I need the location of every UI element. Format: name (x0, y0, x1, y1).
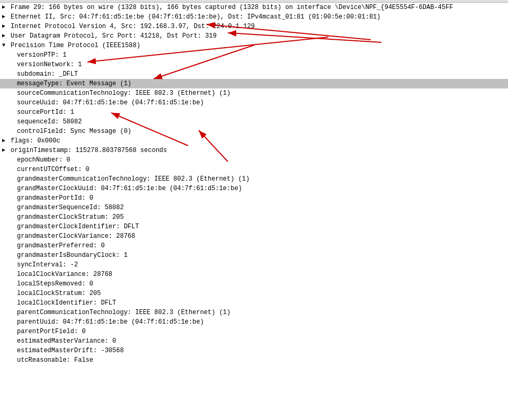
row-text-grandmasterSequenceId: grandmasterSequenceId: 58082 (17, 203, 506, 212)
row-text-versionPTP: versionPTP: 1 (17, 51, 506, 59)
row-text-estimatedMasterVariance: estimatedMasterVariance: 0 (17, 337, 506, 345)
row-text-grandmasterClockVariance: grandmasterClockVariance: 28768 (17, 232, 506, 240)
detail-row-localClockVariance[interactable]: localClockVariance: 28768 (0, 270, 508, 279)
detail-row-localClockIdentifier[interactable]: localClockIdentifier: DFLT (0, 298, 508, 308)
row-text-subdomain: subdomain: _DFLT (17, 70, 506, 78)
detail-row-estimatedMasterVariance[interactable]: estimatedMasterVariance: 0 (0, 336, 508, 346)
detail-row-originTimestamp[interactable]: ▶originTimestamp: 115278.803787568 secon… (0, 146, 508, 155)
detail-row-messageType[interactable]: messageType: Event Message (1) (0, 79, 508, 88)
detail-row-utcReasonable[interactable]: utcReasonable: False (0, 355, 508, 365)
detail-row-flags[interactable]: ▶flags: 0x000c (0, 136, 508, 146)
row-text-parentCommTech: parentCommunicationTechnology: IEEE 802.… (17, 308, 506, 317)
detail-row-epochNumber[interactable]: epochNumber: 0 (0, 155, 508, 165)
row-text-originTimestamp: originTimestamp: 115278.803787568 second… (11, 146, 506, 155)
packet-detail: ▶Frame 29: 166 bytes on wire (1328 bits)… (0, 3, 508, 365)
detail-row-grandMasterClockUuid[interactable]: grandMasterClockUuid: 04:7f:61:d5:1e:be … (0, 184, 508, 193)
detail-row-grandmasterPreferred[interactable]: grandmasterPreferred: 0 (0, 241, 508, 251)
detail-row-parentPortField[interactable]: parentPortField: 0 (0, 327, 508, 336)
row-text-ip: Internet Protocol Version 4, Src: 192.16… (11, 22, 506, 31)
detail-row-versionNetwork[interactable]: versionNetwork: 1 (0, 60, 508, 69)
detail-row-parentCommTech[interactable]: parentCommunicationTechnology: IEEE 802.… (0, 308, 508, 317)
row-text-parentPortField: parentPortField: 0 (17, 327, 506, 336)
row-text-utcReasonable: utcReasonable: False (17, 356, 506, 364)
detail-row-controlField[interactable]: controlField: Sync Message (0) (0, 127, 508, 136)
row-text-ptp-header: Precision Time Protocol (IEEE1588) (11, 41, 506, 50)
expand-icon-originTimestamp: ▶ (2, 146, 8, 155)
detail-row-ptp-header[interactable]: ▼Precision Time Protocol (IEEE1588) (0, 41, 508, 50)
row-text-sourceUuid: sourceUuid: 04:7f:61:d5:1e:be (04:7f:61:… (17, 99, 506, 107)
row-text-ethernet: Ethernet II, Src: 04:7f:61:d5:1e:be (04:… (11, 13, 506, 21)
detail-row-grandmasterSequenceId[interactable]: grandmasterSequenceId: 58082 (0, 203, 508, 212)
detail-row-localClockStratum[interactable]: localClockStratum: 205 (0, 289, 508, 298)
row-text-currentUTCOffset: currentUTCOffset: 0 (17, 165, 506, 174)
row-text-localStepsRemoved: localStepsRemoved: 0 (17, 280, 506, 288)
row-text-grandmasterIsBoundaryClock: grandmasterIsBoundaryClock: 1 (17, 251, 506, 260)
expand-icon-ethernet: ▶ (2, 13, 8, 21)
detail-row-subdomain[interactable]: subdomain: _DFLT (0, 69, 508, 79)
detail-row-grandmasterClockStratum[interactable]: grandmasterClockStratum: 205 (0, 212, 508, 222)
row-text-udp: User Datagram Protocol, Src Port: 41218,… (11, 32, 506, 40)
detail-row-ip[interactable]: ▶Internet Protocol Version 4, Src: 192.1… (0, 22, 508, 31)
row-text-sequenceId: sequenceId: 58082 (17, 118, 506, 126)
detail-row-udp[interactable]: ▶User Datagram Protocol, Src Port: 41218… (0, 31, 508, 41)
row-text-grandMasterClockUuid: grandMasterClockUuid: 04:7f:61:d5:1e:be … (17, 184, 506, 193)
row-text-grandmasterPortId: grandmasterPortId: 0 (17, 194, 506, 202)
row-text-syncInterval: syncInterval: -2 (17, 261, 506, 269)
detail-row-versionPTP[interactable]: versionPTP: 1 (0, 50, 508, 60)
detail-row-sequenceId[interactable]: sequenceId: 58082 (0, 117, 508, 127)
row-text-estimatedMasterDrift: estimatedMasterDrift: -30568 (17, 346, 506, 355)
detail-row-grandmasterClockIdentifier[interactable]: grandmasterClockIdentifier: DFLT (0, 222, 508, 231)
detail-row-estimatedMasterDrift[interactable]: estimatedMasterDrift: -30568 (0, 346, 508, 355)
expand-icon-flags: ▶ (2, 137, 8, 145)
detail-row-sourceCommunication[interactable]: sourceCommunicationTechnology: IEEE 802.… (0, 88, 508, 98)
row-text-localClockStratum: localClockStratum: 205 (17, 289, 506, 298)
row-text-grandmasterClockStratum: grandmasterClockStratum: 205 (17, 213, 506, 221)
row-text-localClockIdentifier: localClockIdentifier: DFLT (17, 299, 506, 307)
detail-row-grandmasterPortId[interactable]: grandmasterPortId: 0 (0, 193, 508, 203)
row-text-grandmasterClockIdentifier: grandmasterClockIdentifier: DFLT (17, 222, 506, 231)
detail-row-localStepsRemoved[interactable]: localStepsRemoved: 0 (0, 279, 508, 289)
detail-row-sourceUuid[interactable]: sourceUuid: 04:7f:61:d5:1e:be (04:7f:61:… (0, 98, 508, 108)
detail-row-grandmasterClockVariance[interactable]: grandmasterClockVariance: 28768 (0, 231, 508, 241)
row-text-localClockVariance: localClockVariance: 28768 (17, 270, 506, 279)
detail-row-ethernet[interactable]: ▶Ethernet II, Src: 04:7f:61:d5:1e:be (04… (0, 12, 508, 22)
detail-row-currentUTCOffset[interactable]: currentUTCOffset: 0 (0, 165, 508, 174)
row-text-messageType: messageType: Event Message (1) (17, 79, 506, 88)
row-text-sourceCommunication: sourceCommunicationTechnology: IEEE 802.… (17, 89, 506, 97)
row-text-grandmasterComm: grandmasterCommunicationTechnology: IEEE… (17, 175, 506, 183)
detail-row-syncInterval[interactable]: syncInterval: -2 (0, 260, 508, 270)
row-text-epochNumber: epochNumber: 0 (17, 156, 506, 164)
detail-row-frame[interactable]: ▶Frame 29: 166 bytes on wire (1328 bits)… (0, 3, 508, 12)
row-text-versionNetwork: versionNetwork: 1 (17, 60, 506, 69)
row-text-sourcePortId: sourcePortId: 1 (17, 108, 506, 117)
row-text-frame: Frame 29: 166 bytes on wire (1328 bits),… (11, 3, 506, 12)
detail-row-parentUuid[interactable]: parentUuid: 04:7f:61:d5:1e:be (04:7f:61:… (0, 317, 508, 327)
detail-row-grandmasterIsBoundaryClock[interactable]: grandmasterIsBoundaryClock: 1 (0, 251, 508, 260)
detail-row-grandmasterComm[interactable]: grandmasterCommunicationTechnology: IEEE… (0, 174, 508, 184)
expand-icon-ip: ▶ (2, 22, 8, 31)
expand-icon-ptp-header: ▼ (2, 41, 8, 50)
row-text-parentUuid: parentUuid: 04:7f:61:d5:1e:be (04:7f:61:… (17, 318, 506, 326)
expand-icon-udp: ▶ (2, 32, 8, 40)
row-text-flags: flags: 0x000c (11, 137, 506, 145)
detail-row-sourcePortId[interactable]: sourcePortId: 1 (0, 108, 508, 117)
expand-icon-frame: ▶ (2, 3, 8, 12)
row-text-controlField: controlField: Sync Message (0) (17, 127, 506, 136)
row-text-grandmasterPreferred: grandmasterPreferred: 0 (17, 242, 506, 250)
